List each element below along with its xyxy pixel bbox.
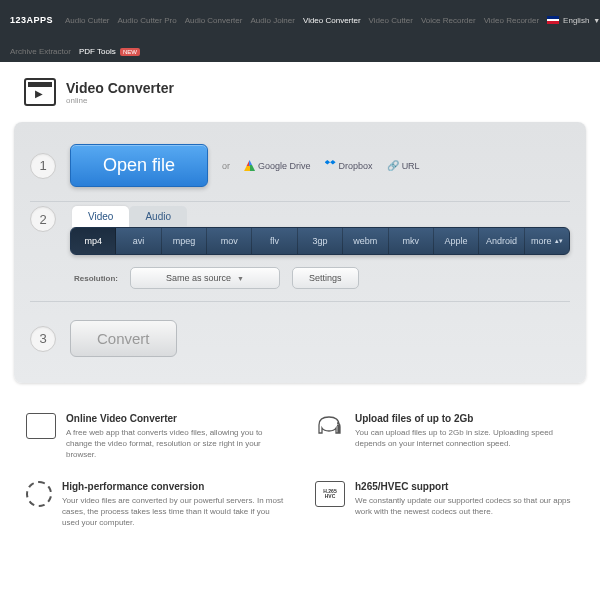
page-header: Video Converter online [0,62,600,122]
media-tabs: Video Audio [72,206,570,227]
language-label: English [563,16,589,25]
nav-audio-converter[interactable]: Audio Converter [185,16,243,25]
main-panel: 1 Open file or Google Drive Dropbox 🔗URL… [14,122,586,383]
format-mpeg[interactable]: mpeg [162,228,207,254]
format-mkv[interactable]: mkv [389,228,434,254]
feature-upload-2gb: Upload files of up to 2GbYou can upload … [315,413,574,461]
format-android[interactable]: Android [479,228,524,254]
resolution-label: Resolution: [74,274,118,283]
language-selector[interactable]: English ▼ [547,16,600,25]
gear-icon [26,481,52,507]
features-grid: Online Video ConverterA free web app tha… [0,407,600,548]
or-label: or [222,161,230,171]
feature-h265: H.265HVC h265/HVEC supportWe constantly … [315,481,574,529]
google-drive-icon [244,160,255,171]
nav-voice-recorder[interactable]: Voice Recorder [421,16,476,25]
step-2: 2 Video Audio mp4 avi mpeg mov flv 3gp w… [30,201,570,302]
nav-video-converter[interactable]: Video Converter [303,16,361,25]
resolution-dropdown[interactable]: Same as source ▼ [130,267,280,289]
source-url[interactable]: 🔗URL [387,160,420,171]
nav-audio-joiner[interactable]: Audio Joiner [250,16,294,25]
top-nav: 123APPS Audio Cutter Audio Cutter Pro Au… [0,0,600,40]
tab-audio[interactable]: Audio [129,206,187,227]
step-2-options: Resolution: Same as source ▼ Settings [74,267,570,289]
step-number-2: 2 [30,206,56,232]
feature-high-performance: High-performance conversionYour video fi… [26,481,285,529]
brand-logo[interactable]: 123APPS [10,15,53,25]
page-subtitle: online [66,96,174,105]
nav-audio-cutter[interactable]: Audio Cutter [65,16,109,25]
elephant-icon [315,413,345,439]
feature-online-converter: Online Video ConverterA free web app tha… [26,413,285,461]
open-file-button[interactable]: Open file [70,144,208,187]
dropbox-icon [325,160,336,171]
link-icon: 🔗 [387,160,399,171]
app-logo-icon [24,78,56,106]
format-more[interactable]: more▴▾ [525,228,569,254]
nav-audio-cutter-pro[interactable]: Audio Cutter Pro [118,16,177,25]
page-title: Video Converter [66,80,174,96]
format-mp4[interactable]: mp4 [71,228,116,254]
feature-body: A free web app that converts video files… [66,427,285,461]
step-1: 1 Open file or Google Drive Dropbox 🔗URL [30,136,570,195]
new-badge: NEW [120,48,140,56]
format-bar: mp4 avi mpeg mov flv 3gp webm mkv Apple … [70,227,570,255]
updown-icon: ▴▾ [555,237,563,245]
step-number-1: 1 [30,153,56,179]
flag-icon [547,16,559,24]
nav-video-cutter[interactable]: Video Cutter [369,16,413,25]
feature-title: High-performance conversion [62,481,285,492]
source-dropbox[interactable]: Dropbox [325,160,373,171]
feature-body: You can upload files up to 2Gb in size. … [355,427,574,449]
settings-button[interactable]: Settings [292,267,359,289]
feature-body: We constantly update our supported codec… [355,495,574,517]
film-icon [26,413,56,439]
chevron-down-icon: ▼ [237,275,244,282]
tab-video[interactable]: Video [72,206,129,227]
feature-title: Upload files of up to 2Gb [355,413,574,424]
convert-button[interactable]: Convert [70,320,177,357]
format-apple[interactable]: Apple [434,228,479,254]
h265-icon: H.265HVC [315,481,345,507]
feature-title: Online Video Converter [66,413,285,424]
format-mov[interactable]: mov [207,228,252,254]
format-3gp[interactable]: 3gp [298,228,343,254]
format-avi[interactable]: avi [116,228,161,254]
chevron-down-icon: ▼ [593,17,600,24]
nav-pdf-tools[interactable]: PDF Tools NEW [79,47,140,56]
step-3: 3 Convert [30,312,570,365]
step-number-3: 3 [30,326,56,352]
source-google-drive[interactable]: Google Drive [244,160,311,171]
nav-archive-extractor[interactable]: Archive Extractor [10,47,71,56]
nav-video-recorder[interactable]: Video Recorder [484,16,539,25]
feature-body: Your video files are converted by our po… [62,495,285,529]
top-nav-row2: Archive Extractor PDF Tools NEW [0,40,600,62]
format-flv[interactable]: flv [252,228,297,254]
format-webm[interactable]: webm [343,228,388,254]
feature-title: h265/HVEC support [355,481,574,492]
